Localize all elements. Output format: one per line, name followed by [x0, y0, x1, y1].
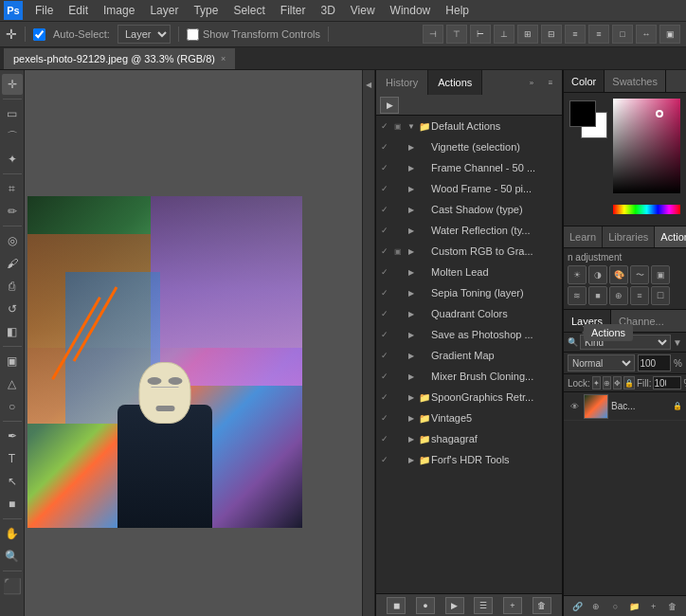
- fg-bg-area[interactable]: [569, 100, 607, 138]
- canvas-image[interactable]: [27, 196, 302, 528]
- align-top-btn[interactable]: ⊥: [494, 25, 514, 44]
- align-center-btn[interactable]: ⊤: [446, 25, 467, 44]
- hand-tool[interactable]: ✋: [2, 523, 23, 544]
- color-gradient[interactable]: [613, 99, 680, 193]
- pen-tool[interactable]: ✒: [2, 426, 23, 446]
- tri-c[interactable]: ▶: [405, 247, 418, 256]
- stop-button[interactable]: ◼: [387, 597, 406, 614]
- canvas-wrapper[interactable]: [27, 196, 302, 528]
- tri-mix[interactable]: ▶: [405, 372, 418, 381]
- menu-type[interactable]: Type: [187, 2, 225, 19]
- tri-q[interactable]: ▶: [405, 310, 418, 318]
- distribute-btn[interactable]: ≡: [565, 25, 586, 44]
- actions-tab[interactable]: Actions: [428, 70, 482, 95]
- tri-sa[interactable]: ▶: [405, 331, 418, 339]
- levels-icon-btn[interactable]: ▣: [651, 265, 670, 284]
- menu-3d[interactable]: 3D: [314, 2, 341, 19]
- lock-transparency-btn[interactable]: ✦: [592, 376, 601, 390]
- action-group-default[interactable]: ✓ ▣ ▼ 📁 Default Actions: [376, 116, 562, 136]
- new-layer-btn[interactable]: +: [645, 599, 662, 614]
- shape-tool[interactable]: ■: [2, 494, 23, 515]
- menu-help[interactable]: Help: [439, 2, 476, 19]
- action-saveas[interactable]: ✓ ▶ Save as Photoshop ...: [376, 324, 562, 345]
- learn-tab[interactable]: Learn: [564, 226, 603, 247]
- new-group-btn[interactable]: 📁: [626, 599, 643, 614]
- channel-mix-icon-btn[interactable]: ≋: [568, 286, 587, 305]
- document-tab[interactable]: pexels-photo-92129.jpeg @ 33.3% (RGB/8) …: [4, 48, 235, 69]
- zoom-tool[interactable]: 🔍: [2, 546, 23, 567]
- show-transform-checkbox[interactable]: [187, 28, 199, 41]
- action-quadrant[interactable]: ✓ ▶ Quadrant Colors: [376, 303, 562, 324]
- tri-sep[interactable]: ▶: [405, 289, 418, 298]
- extras-btn[interactable]: ▣: [659, 25, 680, 44]
- action-shaga[interactable]: ✓ ▶ 📁 shagagraf: [376, 428, 562, 449]
- tri-vin[interactable]: ▶: [405, 414, 418, 423]
- align-bottom-btn[interactable]: ⊟: [541, 25, 562, 44]
- action-shadow[interactable]: ✓ ▶ Cast Shadow (type): [376, 199, 562, 220]
- libraries-tab[interactable]: Libraries: [603, 226, 655, 247]
- action-molten[interactable]: ✓ ▶ Molten Lead: [376, 262, 562, 282]
- menu-view[interactable]: View: [344, 2, 382, 19]
- action-vignette[interactable]: ✓ ▶ Vignette (selection): [376, 136, 562, 157]
- tri-g[interactable]: ▶: [405, 352, 418, 360]
- fill-input[interactable]: [653, 376, 681, 390]
- crop-tool[interactable]: ⌗: [2, 178, 23, 199]
- marquee-tool[interactable]: ▭: [2, 103, 23, 124]
- path-select-tool[interactable]: ↖: [2, 471, 23, 492]
- tri-m[interactable]: ▶: [405, 268, 418, 277]
- tri-fo[interactable]: ▶: [405, 456, 418, 464]
- color-tab[interactable]: Color: [564, 70, 605, 92]
- eyedropper-tool[interactable]: ✏: [2, 201, 23, 222]
- expand-default[interactable]: ▼: [405, 122, 418, 131]
- blend-mode-select[interactable]: Normal: [568, 354, 635, 371]
- action-frame[interactable]: ✓ ▶ Frame Channel - 50 ...: [376, 157, 562, 178]
- action-mixer[interactable]: ✓ ▶ Mixer Brush Cloning...: [376, 366, 562, 387]
- eraser-tool[interactable]: ◧: [2, 321, 23, 342]
- menu-edit[interactable]: Edit: [62, 2, 95, 19]
- tri-v[interactable]: ▶: [405, 143, 418, 152]
- distribute-v-btn[interactable]: ≡: [588, 25, 609, 44]
- tri-w[interactable]: ▶: [405, 185, 418, 193]
- menu-file[interactable]: File: [28, 2, 60, 19]
- tri-s[interactable]: ▶: [405, 206, 418, 214]
- gradient-tool[interactable]: ▣: [2, 351, 23, 371]
- pattern-fill-icon-btn[interactable]: ≡: [630, 286, 649, 305]
- action-gradient[interactable]: ✓ ▶ Gradient Map: [376, 345, 562, 366]
- history-brush-tool[interactable]: ↺: [2, 299, 23, 319]
- type-tool[interactable]: T: [2, 448, 23, 469]
- align-right-btn[interactable]: ⊢: [470, 25, 491, 44]
- dodge-tool[interactable]: ○: [2, 396, 23, 417]
- record-button[interactable]: ●: [416, 597, 435, 614]
- lock-position-btn[interactable]: ✥: [613, 376, 622, 390]
- actions-tooltip-tab[interactable]: Actions: [655, 226, 686, 247]
- brightness-icon-btn[interactable]: ☀: [568, 265, 587, 284]
- delete-action-button[interactable]: 🗑: [533, 597, 551, 614]
- menu-layer[interactable]: Layer: [143, 2, 185, 19]
- lock-all-btn[interactable]: 🔒: [623, 376, 635, 390]
- contrast-icon-btn[interactable]: ◑: [588, 265, 607, 284]
- action-vintage[interactable]: ✓ ▶ 📁 Vintage5: [376, 408, 562, 428]
- panel-menu-icon[interactable]: ≡: [543, 75, 558, 90]
- swatches-tab[interactable]: Swatches: [605, 70, 666, 92]
- move-tool[interactable]: ✛: [2, 74, 23, 95]
- lock-pixels-btn[interactable]: ⊕: [603, 376, 611, 390]
- add-mask-btn[interactable]: ○: [606, 599, 623, 614]
- clone-tool[interactable]: ⎙: [2, 276, 23, 297]
- blur-tool[interactable]: △: [2, 373, 23, 394]
- play-action-button[interactable]: ▶: [445, 597, 464, 614]
- actions-list[interactable]: ✓ ▣ ▼ 📁 Default Actions ✓ ▶ Vignette (se…: [376, 116, 562, 593]
- tri-wat[interactable]: ▶: [405, 226, 418, 235]
- color-spectrum[interactable]: [613, 205, 680, 214]
- tri-f[interactable]: ▶: [405, 164, 418, 172]
- lasso-tool[interactable]: ⌒: [2, 126, 23, 147]
- menu-image[interactable]: Image: [97, 2, 141, 19]
- fg-color-swatch[interactable]: ⬛: [2, 575, 23, 596]
- action-sepia[interactable]: ✓ ▶ Sepia Toning (layer): [376, 282, 562, 303]
- new-action-button[interactable]: +: [503, 597, 522, 614]
- brush-tool[interactable]: 🖌: [2, 253, 23, 274]
- spot-heal-tool[interactable]: ◎: [2, 230, 23, 251]
- menu-select[interactable]: Select: [226, 2, 271, 19]
- transform-btn[interactable]: ↔: [636, 25, 657, 44]
- align-left-btn[interactable]: ⊣: [423, 25, 443, 44]
- action-custom[interactable]: ✓ ▣ ▶ Custom RGB to Gra...: [376, 241, 562, 262]
